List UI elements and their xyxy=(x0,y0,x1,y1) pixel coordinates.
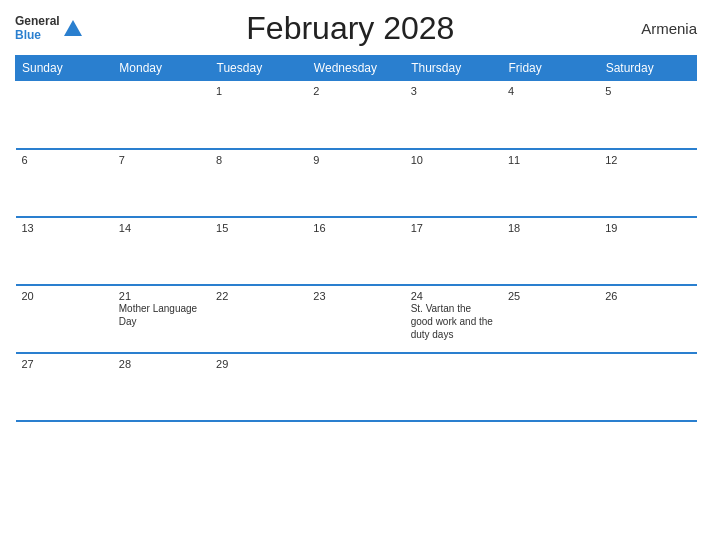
svg-marker-0 xyxy=(64,20,82,36)
calendar-week-row: 272829 xyxy=(16,353,697,421)
calendar-day-cell: 8 xyxy=(210,149,307,217)
calendar-day-cell xyxy=(599,353,696,421)
day-number: 21 xyxy=(119,290,204,302)
day-number: 8 xyxy=(216,154,301,166)
header-wednesday: Wednesday xyxy=(307,56,404,81)
header-monday: Monday xyxy=(113,56,210,81)
day-number: 28 xyxy=(119,358,204,370)
day-number: 16 xyxy=(313,222,398,234)
day-number: 19 xyxy=(605,222,690,234)
calendar-page: General Blue February 2028 Armenia Sunda… xyxy=(0,0,712,550)
calendar-day-cell: 26 xyxy=(599,285,696,353)
calendar-day-cell: 5 xyxy=(599,81,696,149)
calendar-day-cell xyxy=(16,81,113,149)
day-event: St. Vartan the good work and the duty da… xyxy=(411,303,493,340)
header-saturday: Saturday xyxy=(599,56,696,81)
calendar-week-row: 13141516171819 xyxy=(16,217,697,285)
day-number: 12 xyxy=(605,154,690,166)
calendar-day-cell xyxy=(113,81,210,149)
calendar-day-cell: 12 xyxy=(599,149,696,217)
calendar-day-cell: 14 xyxy=(113,217,210,285)
day-number: 20 xyxy=(22,290,107,302)
calendar-day-cell: 1 xyxy=(210,81,307,149)
calendar-table: Sunday Monday Tuesday Wednesday Thursday… xyxy=(15,55,697,422)
header-friday: Friday xyxy=(502,56,599,81)
header-sunday: Sunday xyxy=(16,56,113,81)
day-number: 17 xyxy=(411,222,496,234)
calendar-day-cell: 23 xyxy=(307,285,404,353)
logo: General Blue xyxy=(15,15,84,41)
calendar-day-cell: 6 xyxy=(16,149,113,217)
logo-general-text: General xyxy=(15,15,60,28)
calendar-day-cell: 13 xyxy=(16,217,113,285)
day-number: 14 xyxy=(119,222,204,234)
calendar-title: February 2028 xyxy=(84,10,617,47)
calendar-day-cell: 18 xyxy=(502,217,599,285)
day-number: 11 xyxy=(508,154,593,166)
day-number: 9 xyxy=(313,154,398,166)
day-number: 25 xyxy=(508,290,593,302)
calendar-day-cell: 28 xyxy=(113,353,210,421)
calendar-day-cell: 22 xyxy=(210,285,307,353)
calendar-day-cell: 29 xyxy=(210,353,307,421)
day-number: 22 xyxy=(216,290,301,302)
calendar-day-cell: 10 xyxy=(405,149,502,217)
day-number: 26 xyxy=(605,290,690,302)
day-number: 6 xyxy=(22,154,107,166)
calendar-day-cell: 3 xyxy=(405,81,502,149)
calendar-week-row: 6789101112 xyxy=(16,149,697,217)
calendar-day-cell: 24St. Vartan the good work and the duty … xyxy=(405,285,502,353)
calendar-day-cell: 7 xyxy=(113,149,210,217)
header-thursday: Thursday xyxy=(405,56,502,81)
calendar-day-cell xyxy=(307,353,404,421)
calendar-day-cell: 2 xyxy=(307,81,404,149)
day-number: 24 xyxy=(411,290,496,302)
day-number: 27 xyxy=(22,358,107,370)
calendar-day-cell: 11 xyxy=(502,149,599,217)
weekday-header-row: Sunday Monday Tuesday Wednesday Thursday… xyxy=(16,56,697,81)
day-number: 10 xyxy=(411,154,496,166)
day-number: 13 xyxy=(22,222,107,234)
calendar-day-cell xyxy=(405,353,502,421)
day-number: 29 xyxy=(216,358,301,370)
calendar-day-cell: 25 xyxy=(502,285,599,353)
calendar-day-cell: 17 xyxy=(405,217,502,285)
day-number: 4 xyxy=(508,85,593,97)
logo-blue-text: Blue xyxy=(15,29,60,42)
country-label: Armenia xyxy=(617,20,697,37)
header-tuesday: Tuesday xyxy=(210,56,307,81)
day-number: 2 xyxy=(313,85,398,97)
calendar-day-cell: 15 xyxy=(210,217,307,285)
calendar-day-cell: 9 xyxy=(307,149,404,217)
logo-icon xyxy=(62,18,84,40)
day-number: 3 xyxy=(411,85,496,97)
day-number: 23 xyxy=(313,290,398,302)
calendar-day-cell: 27 xyxy=(16,353,113,421)
calendar-day-cell: 19 xyxy=(599,217,696,285)
calendar-day-cell: 16 xyxy=(307,217,404,285)
day-number: 5 xyxy=(605,85,690,97)
day-number: 18 xyxy=(508,222,593,234)
day-event: Mother Language Day xyxy=(119,303,197,327)
calendar-day-cell xyxy=(502,353,599,421)
calendar-week-row: 2021Mother Language Day222324St. Vartan … xyxy=(16,285,697,353)
day-number: 15 xyxy=(216,222,301,234)
calendar-header: General Blue February 2028 Armenia xyxy=(15,10,697,47)
calendar-day-cell: 21Mother Language Day xyxy=(113,285,210,353)
calendar-day-cell: 20 xyxy=(16,285,113,353)
day-number: 1 xyxy=(216,85,301,97)
day-number: 7 xyxy=(119,154,204,166)
calendar-week-row: 12345 xyxy=(16,81,697,149)
calendar-day-cell: 4 xyxy=(502,81,599,149)
